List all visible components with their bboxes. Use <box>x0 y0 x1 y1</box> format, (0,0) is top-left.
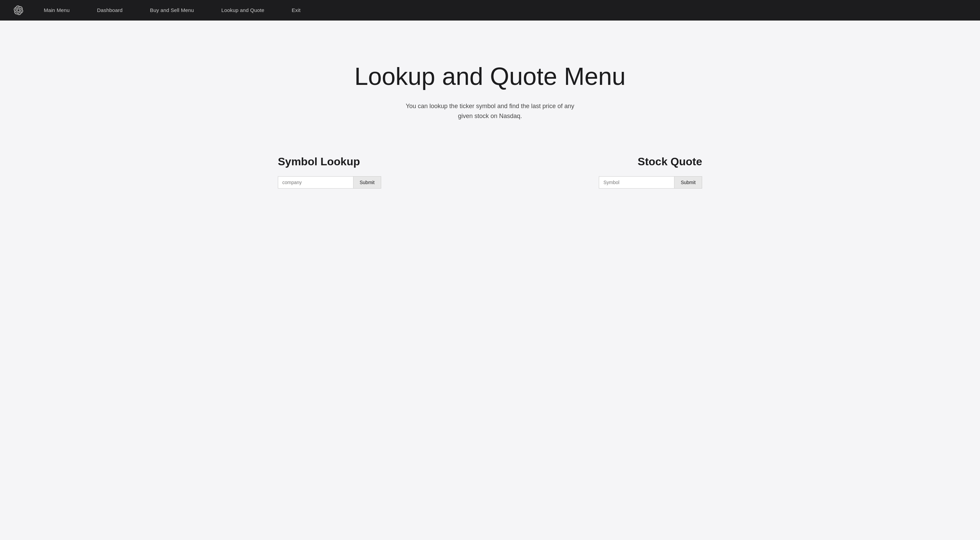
page-description: You can lookup the ticker symbol and fin… <box>404 101 576 121</box>
forms-section: Symbol Lookup Submit Stock Quote Submit <box>250 155 730 188</box>
symbol-lookup-input[interactable] <box>278 176 353 188</box>
main-content: Lookup and Quote Menu You can lookup the… <box>0 21 980 209</box>
symbol-lookup-submit-button[interactable]: Submit <box>353 176 381 188</box>
openai-logo-icon <box>14 5 23 15</box>
page-title: Lookup and Quote Menu <box>355 62 626 91</box>
navbar: Main Menu Dashboard Buy and Sell Menu Lo… <box>0 0 980 21</box>
nav-logo <box>14 5 23 15</box>
nav-item-lookup-and-quote[interactable]: Lookup and Quote <box>221 7 264 13</box>
nav-item-buy-sell-menu[interactable]: Buy and Sell Menu <box>150 7 194 13</box>
symbol-lookup-title: Symbol Lookup <box>278 155 480 168</box>
nav-item-dashboard[interactable]: Dashboard <box>97 7 123 13</box>
stock-quote-form-row: Submit <box>599 176 702 188</box>
nav-links: Main Menu Dashboard Buy and Sell Menu Lo… <box>44 7 301 13</box>
stock-quote-title: Stock Quote <box>638 155 702 168</box>
symbol-lookup-panel: Symbol Lookup Submit <box>278 155 480 188</box>
stock-quote-submit-button[interactable]: Submit <box>674 176 702 188</box>
symbol-lookup-form-row: Submit <box>278 176 480 188</box>
stock-quote-input[interactable] <box>599 176 674 188</box>
stock-quote-panel: Stock Quote Submit <box>500 155 702 188</box>
nav-item-exit[interactable]: Exit <box>292 7 301 13</box>
nav-item-main-menu[interactable]: Main Menu <box>44 7 70 13</box>
